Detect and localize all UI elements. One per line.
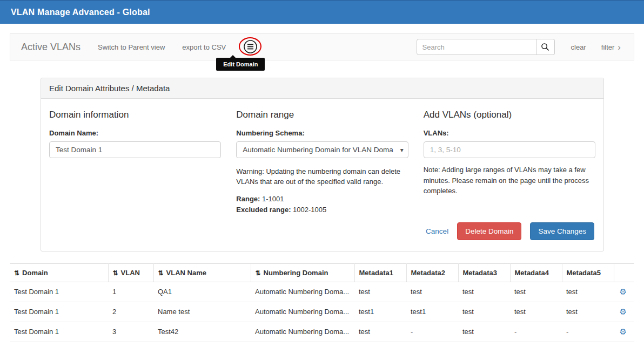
- cell-metadata3: test: [458, 302, 510, 322]
- range-value: 1-1001: [260, 195, 284, 203]
- col-label: VLAN Name: [166, 269, 206, 277]
- domain-range-heading: Domain range: [236, 110, 408, 120]
- col-label: Domain: [22, 269, 48, 277]
- cell-domain: Test Domain 1: [10, 302, 108, 322]
- cell-numbering-domain: Automatic Numbering Doma...: [251, 282, 354, 302]
- range-label: Range:: [236, 195, 260, 203]
- gear-icon[interactable]: ⚙: [620, 307, 627, 316]
- edit-domain-tooltip: Edit Domain: [216, 58, 265, 71]
- col-header-metadata2: Metadata2: [406, 263, 458, 282]
- cell-numbering-domain: Automatic Numbering Doma...: [251, 302, 354, 322]
- domain-name-label: Domain Name:: [49, 129, 221, 137]
- hamburger-menu-icon: [243, 39, 258, 54]
- col-header-metadata5: Metadata5: [562, 263, 614, 282]
- cell-metadata4: -: [510, 322, 562, 342]
- edit-domain-panel: Edit Domain Attributes / Metadata Domain…: [41, 78, 604, 251]
- cell-metadata2: -: [406, 322, 458, 342]
- cell-metadata4: test: [510, 282, 562, 302]
- excluded-range-value: 1002-1005: [291, 206, 326, 214]
- page: VLAN Manage Advanced - Global Active VLA…: [0, 0, 644, 347]
- switch-parent-view-link[interactable]: Switch to Parent view: [98, 43, 165, 51]
- page-title: Active VLANs: [21, 42, 81, 53]
- cell-metadata5: -: [562, 322, 614, 342]
- col-label: Numbering Domain: [264, 269, 328, 277]
- col-header-numbering-domain[interactable]: ⇅Numbering Domain: [251, 263, 354, 282]
- search-input[interactable]: [417, 39, 536, 55]
- col-header-vlan[interactable]: ⇅VLAN: [108, 263, 153, 282]
- col-label: VLAN: [121, 269, 140, 277]
- tooltip-label: Edit Domain: [223, 61, 258, 67]
- cell-metadata5: test: [562, 282, 614, 302]
- cell-numbering-domain: Automatic Numbering Doma...: [251, 322, 354, 342]
- filter-link[interactable]: filter ›: [601, 43, 621, 52]
- vlans-input[interactable]: [424, 141, 595, 158]
- range-line: Range: 1-1001: [236, 195, 408, 203]
- panel-actions: Cancel Delete Domain Save Changes: [49, 222, 595, 240]
- tooltip-arrow-icon: [230, 55, 236, 58]
- caret-down-icon: ▾: [400, 146, 404, 154]
- cell-metadata5: test: [562, 302, 614, 322]
- search-button[interactable]: [536, 39, 555, 55]
- app-header: VLAN Manage Advanced - Global: [0, 0, 644, 24]
- col-header-vlan-name[interactable]: ⇅VLAN Name: [153, 263, 251, 282]
- cell-metadata4: test: [510, 302, 562, 322]
- delete-domain-button[interactable]: Delete Domain: [457, 222, 521, 240]
- domain-name-input[interactable]: [49, 141, 221, 158]
- add-vlans-heading: Add VLANs (optional): [424, 110, 595, 120]
- table-header-row: ⇅Domain ⇅VLAN ⇅VLAN Name ⇅Numbering Doma…: [10, 263, 634, 282]
- excluded-range-label: Excluded range:: [236, 206, 291, 214]
- numbering-schema-value: Automatic Numbering Domain for VLAN Doma: [243, 146, 393, 154]
- domain-menu-wrap: Edit Domain: [243, 39, 258, 55]
- cell-metadata1: test: [354, 282, 406, 302]
- domain-menu-button[interactable]: [243, 39, 258, 54]
- numbering-schema-label: Numbering Schema:: [236, 129, 408, 137]
- col-header-actions: [614, 263, 634, 282]
- vlan-table: ⇅Domain ⇅VLAN ⇅VLAN Name ⇅Numbering Doma…: [10, 263, 634, 342]
- cell-metadata2: test: [406, 282, 458, 302]
- vlans-note-text: Note: Adding large ranges of VLANs may t…: [424, 165, 595, 196]
- toolbar-right: clear filter ›: [417, 39, 623, 55]
- panel-heading: Edit Domain Attributes / Metadata: [41, 78, 603, 99]
- domain-information-section: Domain information Domain Name:: [49, 107, 221, 214]
- clear-link[interactable]: clear: [571, 43, 586, 51]
- cell-metadata1: test: [354, 322, 406, 342]
- sort-icon: ⇅: [113, 269, 118, 277]
- toolbar: Active VLANs Switch to Parent view expor…: [10, 33, 634, 60]
- cell-metadata3: test: [458, 282, 510, 302]
- cell-vlan: 3: [108, 322, 153, 342]
- table-row: Test Domain 1 1 QA1 Automatic Numbering …: [10, 282, 634, 302]
- col-header-domain[interactable]: ⇅Domain: [10, 263, 108, 282]
- col-header-metadata1: Metadata1: [354, 263, 406, 282]
- cell-metadata1: test1: [354, 302, 406, 322]
- vlans-label: VLANs:: [424, 129, 595, 137]
- cancel-link[interactable]: Cancel: [426, 227, 448, 235]
- app-title: VLAN Manage Advanced - Global: [11, 8, 150, 17]
- sort-icon: ⇅: [158, 269, 164, 277]
- cell-metadata3: test: [458, 322, 510, 342]
- gear-icon[interactable]: ⚙: [620, 287, 627, 296]
- numbering-schema-select[interactable]: Automatic Numbering Domain for VLAN Doma…: [236, 141, 408, 158]
- cell-domain: Test Domain 1: [10, 282, 108, 302]
- excluded-range-line: Excluded range: 1002-1005: [236, 206, 408, 214]
- filter-label: filter: [601, 43, 615, 51]
- save-changes-button[interactable]: Save Changes: [530, 222, 594, 240]
- cell-vlan: 2: [108, 302, 153, 322]
- cell-vlan-name: Name test: [153, 302, 251, 322]
- col-header-metadata3: Metadata3: [458, 263, 510, 282]
- add-vlans-section: Add VLANs (optional) VLANs: Note: Adding…: [424, 107, 595, 214]
- col-header-metadata4: Metadata4: [510, 263, 562, 282]
- search-icon: [541, 43, 549, 51]
- domain-information-heading: Domain information: [49, 110, 221, 120]
- sort-icon: ⇅: [256, 269, 261, 277]
- range-warning-text: Warning: Updating the numbering domain c…: [236, 167, 408, 187]
- gear-icon[interactable]: ⚙: [620, 327, 627, 336]
- cell-vlan: 1: [108, 282, 153, 302]
- cell-vlan-name: Test42: [153, 322, 251, 342]
- chevron-right-icon: ›: [618, 43, 621, 52]
- domain-range-section: Domain range Numbering Schema: Automatic…: [236, 107, 408, 214]
- export-csv-link[interactable]: export to CSV: [182, 43, 226, 51]
- cell-domain: Test Domain 1: [10, 322, 108, 342]
- table-row: Test Domain 1 3 Test42 Automatic Numberi…: [10, 322, 634, 342]
- table-row: Test Domain 1 2 Name test Automatic Numb…: [10, 302, 634, 322]
- cell-vlan-name: QA1: [153, 282, 251, 302]
